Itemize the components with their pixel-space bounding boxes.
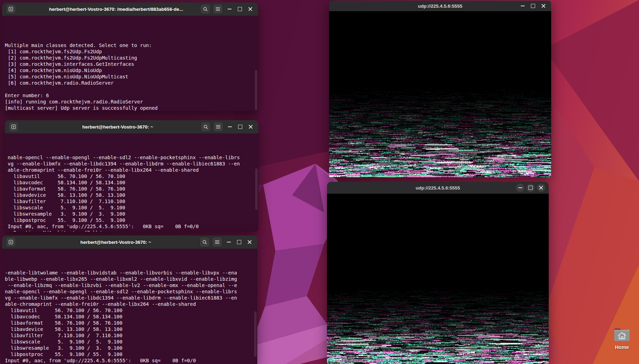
hamburger-menu-icon (215, 7, 220, 11)
terminal-line: [6] com.rockthejvm.radio.RadioServer (5, 80, 258, 86)
terminal2-output[interactable]: nable-opencl --enable-opengl --enable-sd… (5, 133, 258, 232)
terminal1-scrollbar[interactable] (255, 70, 257, 110)
maximize-icon (238, 7, 242, 11)
close-button[interactable] (246, 5, 254, 13)
terminal-line: libavformat 58. 76.100 / 58. 76.100 (8, 186, 258, 192)
maximize-icon (531, 4, 535, 8)
terminal-line: libavutil 56. 70.100 / 56. 70.100 (5, 307, 257, 313)
terminal-line: -enable-libtwolame --enable-libvidstab -… (5, 270, 257, 276)
terminal1-titlebar[interactable]: herbert@herbert-Vostro-3670: /media/herb… (2, 2, 258, 16)
player1-title: udp://225.4.5.6:5555 (381, 3, 499, 9)
terminal-line: nable-opencl --enable-opengl --enable-sd… (8, 154, 258, 161)
terminal-window-ffplay-1: herbert@herbert-Vostro-3670: ~ nable-ope… (5, 120, 258, 232)
desktop: { "colors": { "terminal_bg": "#380c2b", … (0, 0, 639, 364)
player2-video-area[interactable] (327, 194, 549, 364)
home-folder-desktop-icon[interactable]: Home (610, 327, 634, 350)
terminal-line: libswresample 3. 9.100 / 3. 9.100 (8, 211, 258, 217)
ffplay-window-1: udp://225.4.5.6:5555 (329, 1, 551, 177)
hamburger-menu-icon (215, 240, 220, 244)
player1-spectrogram (329, 11, 551, 177)
close-button[interactable] (537, 184, 545, 192)
player2-spectrogram (327, 194, 549, 364)
terminal-line: nable-opencl --enable-opengl --enable-sd… (5, 288, 257, 295)
terminal-line: [1] com.rockthejvm.fs2Udp.Fs2Udp (5, 48, 258, 55)
terminal-line: libavformat 58. 76.100 / 58. 76.100 (5, 320, 257, 326)
close-icon (539, 186, 543, 190)
terminal-line: ble-libwebp --enable-libx265 --enable-li… (5, 276, 257, 282)
terminal2-scrollbar[interactable] (255, 168, 258, 210)
minimize-icon (228, 9, 231, 9)
new-tab-button[interactable] (6, 237, 16, 247)
terminal-line: [info] running com.rockthejvm.radio.Radi… (5, 99, 258, 105)
terminal-window-ffplay-2: herbert@herbert-Vostro-3670: ~ -enable-l… (2, 235, 257, 364)
terminal-line: [4] com.rockthejvm.nioUdp.NioUdp (5, 67, 258, 73)
maximize-icon (238, 125, 242, 129)
player2-titlebar[interactable]: udp://225.4.5.6:5555 (327, 182, 549, 194)
search-icon (203, 7, 208, 12)
terminal2-titlebar[interactable]: herbert@herbert-Vostro-3670: ~ (5, 120, 258, 133)
close-icon (248, 240, 252, 244)
terminal-line: Input #0, aac, from 'udp://225.4.5.6:555… (5, 357, 257, 364)
minimize-button[interactable] (225, 238, 233, 246)
terminal-line: Enter number: 6 (5, 92, 258, 99)
terminal-window-radio-server: herbert@herbert-Vostro-3670: /media/herb… (2, 2, 258, 111)
maximize-button[interactable] (235, 238, 243, 246)
terminal-line: Multiple main classes detected. Select o… (5, 42, 258, 48)
terminal-line: libavdevice 58. 13.100 / 58. 13.100 (5, 326, 257, 332)
terminal-line: libavutil 56. 70.100 / 56. 70.100 (8, 173, 258, 179)
terminal-line: libswscale 5. 9.100 / 5. 9.100 (5, 339, 257, 345)
minimize-icon (518, 187, 522, 188)
player1-video-area[interactable] (329, 11, 551, 177)
maximize-button[interactable] (529, 2, 537, 10)
new-tab-icon (8, 239, 14, 245)
minimize-button[interactable] (518, 2, 527, 10)
maximize-button[interactable] (236, 5, 244, 13)
search-button[interactable] (200, 4, 211, 14)
terminal-line: vg --enable-libmfx --enable-libdc1394 --… (5, 295, 257, 301)
terminal-line: libavcodec 58.134.100 / 58.134.100 (5, 313, 257, 320)
terminal1-output[interactable]: Multiple main classes detected. Select o… (2, 16, 258, 111)
terminal-line: [2] com.rockthejvm.fs2Udp.Fs2UdpMulticas… (5, 55, 258, 61)
close-icon (541, 4, 546, 8)
minimize-icon (521, 6, 525, 6)
minimize-button[interactable] (226, 123, 234, 131)
search-button[interactable] (199, 237, 210, 247)
terminal-line: [multicast server] Udp server is success… (5, 105, 258, 111)
terminal-line: libavfilter 7.110.100 / 7.110.100 (8, 198, 258, 204)
menu-button[interactable] (213, 4, 223, 14)
terminal-line: able-chromaprint --enable-frei0r --enabl… (8, 167, 258, 173)
minimize-button[interactable] (516, 184, 524, 192)
terminal-line: Duration: N/A, bitrate: 47 kb/s (8, 230, 258, 232)
maximize-button[interactable] (526, 184, 535, 192)
new-tab-button[interactable] (6, 4, 16, 14)
terminal-line: able-chromaprint --enable-frei0r --enabl… (5, 301, 257, 307)
menu-button[interactable] (212, 237, 222, 247)
search-icon (202, 240, 207, 245)
player1-titlebar[interactable]: udp://225.4.5.6:5555 (329, 1, 551, 11)
new-tab-icon (11, 124, 16, 130)
home-folder-icon (613, 327, 631, 342)
home-icon-label: Home (610, 344, 634, 350)
new-tab-button[interactable] (8, 122, 19, 132)
terminal3-scrollbar[interactable] (254, 311, 257, 357)
close-button[interactable] (246, 123, 255, 131)
close-icon (248, 7, 252, 11)
terminal-line: --enable-libzmq --enable-libzvbi --enabl… (5, 282, 257, 288)
player2-title: udp://225.4.5.6:5555 (379, 185, 496, 191)
terminal-line: libswresample 3. 9.100 / 3. 9.100 (5, 345, 257, 351)
terminal-line: libavdevice 58. 13.100 / 58. 13.100 (8, 192, 258, 198)
maximize-icon (237, 240, 241, 244)
close-button[interactable] (245, 238, 254, 246)
terminal3-titlebar[interactable]: herbert@herbert-Vostro-3670: ~ (2, 235, 257, 249)
terminal-line (5, 36, 258, 42)
terminal-line: libavcodec 58.134.100 / 58.134.100 (8, 179, 258, 186)
terminal-line: Input #0, aac, from 'udp://225.4.5.6:555… (8, 223, 258, 230)
close-button[interactable] (539, 2, 548, 10)
terminal-line: [5] com.rockthejvm.nioUdp.NioUdpMulticas… (5, 73, 258, 80)
search-button[interactable] (200, 122, 211, 132)
minimize-button[interactable] (225, 5, 234, 13)
new-tab-icon (8, 6, 14, 12)
menu-button[interactable] (213, 122, 223, 132)
terminal3-output[interactable]: -enable-libtwolame --enable-libvidstab -… (2, 249, 257, 364)
maximize-button[interactable] (236, 123, 244, 131)
